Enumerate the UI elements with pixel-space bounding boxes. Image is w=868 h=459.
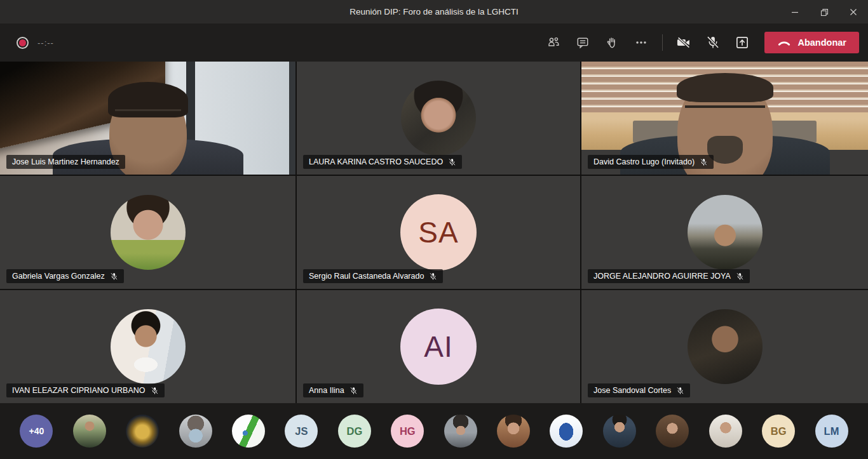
- mic-off-icon: [700, 158, 708, 166]
- participant-name-tag: Jose Luis Martinez Hernandez: [6, 155, 125, 169]
- participant-name-tag: Sergio Raul Castaneda Alvarado: [303, 269, 443, 283]
- minimize-icon: [790, 7, 800, 17]
- participant-name: Jose Sandoval Cortes: [593, 386, 671, 395]
- participant-name: IVAN ELEAZAR CIPRIANO URBANO: [12, 386, 146, 395]
- participant-avatar: [688, 309, 763, 384]
- title-bar: Reunión DIP: Foro de análisis de la LGHC…: [0, 0, 868, 23]
- video-tile[interactable]: Jose Luis Martinez Hernandez: [0, 62, 295, 175]
- participant-avatar: [401, 81, 476, 156]
- video-tile[interactable]: Jose Sandoval Cortes: [581, 290, 868, 403]
- roster-avatar[interactable]: [656, 415, 689, 448]
- roster-avatar[interactable]: [444, 415, 477, 448]
- raise-hand-icon: [605, 36, 619, 50]
- participant-roster: +40 JS DG HG BG LM: [0, 403, 868, 459]
- participant-avatar: [688, 195, 763, 270]
- participant-name-tag: Anna Ilina: [303, 383, 363, 397]
- mic-off-icon: [676, 387, 684, 395]
- video-tile[interactable]: SA Sergio Raul Castaneda Alvarado: [297, 176, 580, 289]
- participant-name-tag: Jose Sandoval Cortes: [588, 383, 690, 397]
- participant-avatar: [111, 309, 186, 384]
- roster-avatar[interactable]: [550, 415, 583, 448]
- meeting-timer: --:--: [37, 38, 54, 48]
- participant-name: David Castro Lugo (Invitado): [593, 157, 695, 166]
- teams-meeting-window: Reunión DIP: Foro de análisis de la LGHC…: [0, 0, 868, 459]
- video-tile[interactable]: IVAN ELEAZAR CIPRIANO URBANO: [0, 290, 295, 403]
- video-tile[interactable]: Gabriela Vargas Gonzalez: [0, 176, 295, 289]
- participant-name: JORGE ALEJANDRO AGUIRRE JOYA: [593, 272, 731, 281]
- close-button[interactable]: [839, 0, 868, 23]
- hang-up-icon: [777, 38, 791, 47]
- close-icon: [848, 7, 858, 17]
- window-controls: [780, 0, 868, 23]
- camera-toggle-button[interactable]: [669, 28, 698, 57]
- camera-off-icon: [676, 35, 691, 50]
- person-glasses: [115, 109, 181, 111]
- roster-avatar-initials[interactable]: LM: [815, 415, 848, 448]
- roster-avatar[interactable]: [126, 415, 159, 448]
- recording-status: --:--: [17, 37, 54, 49]
- video-tile[interactable]: David Castro Lugo (Invitado): [581, 62, 868, 175]
- mic-off-icon: [736, 272, 744, 281]
- toolbar-actions: Abandonar: [539, 28, 859, 57]
- roster-avatar[interactable]: [179, 415, 212, 448]
- leave-meeting-label: Abandonar: [797, 37, 846, 48]
- participant-name-tag: LAURA KARINA CASTRO SAUCEDO: [303, 155, 462, 169]
- window-frame: [289, 62, 295, 175]
- participant-initials-avatar: SA: [400, 194, 477, 270]
- minimize-button[interactable]: [780, 0, 810, 23]
- person-hair: [677, 73, 773, 102]
- mic-off-icon: [349, 387, 358, 395]
- participant-name: Sergio Raul Castaneda Alvarado: [309, 272, 424, 281]
- participant-initials-avatar: AI: [400, 309, 477, 385]
- meeting-title: Reunión DIP: Foro de análisis de la LGHC…: [0, 7, 868, 17]
- mic-off-icon: [448, 158, 456, 166]
- share-screen-icon: [735, 35, 750, 50]
- participant-name: Gabriela Vargas Gonzalez: [12, 272, 105, 281]
- participants-icon: [546, 36, 560, 50]
- roster-avatar[interactable]: [497, 415, 530, 448]
- mic-off-icon: [705, 35, 721, 50]
- leave-meeting-button[interactable]: Abandonar: [764, 32, 859, 53]
- mic-off-icon: [429, 272, 437, 281]
- video-tile[interactable]: JORGE ALEJANDRO AGUIRRE JOYA: [581, 176, 868, 289]
- participant-name-tag: IVAN ELEAZAR CIPRIANO URBANO: [6, 383, 165, 397]
- roster-avatar-initials[interactable]: HG: [391, 415, 424, 448]
- participant-name: LAURA KARINA CASTRO SAUCEDO: [309, 157, 443, 166]
- meeting-toolbar: --:--: [0, 23, 868, 62]
- mic-off-icon: [110, 272, 118, 281]
- chat-icon: [576, 36, 590, 50]
- roster-avatar-initials[interactable]: BG: [762, 415, 795, 448]
- video-grid: Jose Luis Martinez Hernandez LAURA KARIN…: [0, 62, 868, 403]
- roster-avatar[interactable]: [73, 415, 106, 448]
- more-options-button[interactable]: [627, 28, 656, 57]
- toolbar-divider: [662, 34, 663, 51]
- mic-off-icon: [151, 387, 159, 395]
- roster-avatar-initials[interactable]: JS: [285, 415, 318, 448]
- participant-avatar: [111, 195, 186, 270]
- person-glasses: [685, 105, 765, 108]
- record-indicator-icon: [17, 37, 29, 49]
- person-hair: [108, 82, 188, 117]
- raise-hand-button[interactable]: [597, 28, 627, 57]
- roster-avatar[interactable]: [603, 415, 636, 448]
- participant-name-tag: Gabriela Vargas Gonzalez: [6, 269, 124, 283]
- participant-name-tag: JORGE ALEJANDRO AGUIRRE JOYA: [588, 269, 750, 283]
- roster-avatar[interactable]: [709, 415, 742, 448]
- roster-avatar[interactable]: [232, 415, 265, 448]
- participant-name: Jose Luis Martinez Hernandez: [12, 157, 119, 166]
- overflow-count-badge[interactable]: +40: [20, 415, 53, 448]
- restore-icon: [819, 7, 829, 17]
- video-tile[interactable]: LAURA KARINA CASTRO SAUCEDO: [297, 62, 580, 175]
- share-screen-button[interactable]: [728, 28, 757, 57]
- chat-button[interactable]: [568, 28, 597, 57]
- more-options-icon: [634, 36, 648, 50]
- participants-button[interactable]: [539, 28, 568, 57]
- video-tile[interactable]: AI Anna Ilina: [297, 290, 580, 403]
- participant-name-tag: David Castro Lugo (Invitado): [588, 155, 714, 169]
- restore-button[interactable]: [810, 0, 839, 23]
- mic-toggle-button[interactable]: [698, 28, 728, 57]
- roster-avatar-initials[interactable]: DG: [338, 415, 371, 448]
- participant-name: Anna Ilina: [309, 386, 344, 395]
